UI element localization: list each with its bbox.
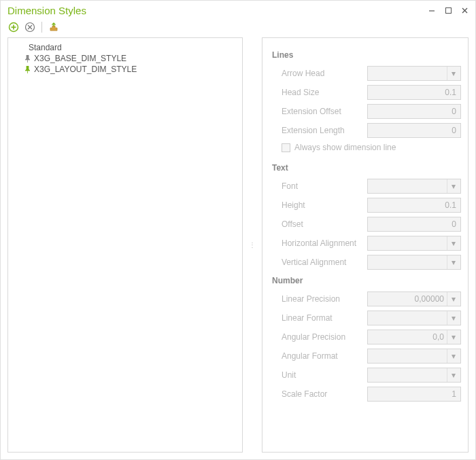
chevron-down-icon: ▾ <box>447 368 459 382</box>
prop-label: Linear Format <box>282 313 362 323</box>
prop-label: Offset <box>282 219 362 229</box>
pin-icon <box>23 54 31 63</box>
toolbar-separator <box>41 22 42 33</box>
section-header-text: Text <box>269 159 461 177</box>
chevron-down-icon: ▾ <box>447 349 459 363</box>
prop-always-show: Always show dimension line <box>269 140 461 159</box>
svg-rect-1 <box>446 7 452 13</box>
prop-label: Linear Precision <box>282 294 362 304</box>
prop-label: Font <box>282 181 362 191</box>
chevron-down-icon: ▾ <box>447 67 459 80</box>
height-field[interactable]: 0.1 <box>367 198 461 213</box>
prop-label: Horizontal Alignment <box>282 238 362 248</box>
prop-v-align: Vertical Alignment ▾ <box>269 253 461 272</box>
h-align-dropdown[interactable]: ▾ <box>367 236 461 251</box>
dimension-styles-window: Dimension Styles Standard X3G_BASE_DIM_S… <box>0 0 476 460</box>
styles-tree-panel: Standard X3G_BASE_DIM_STYLE X3G_LAYOUT_D… <box>7 37 243 453</box>
prop-label: Angular Format <box>282 351 362 361</box>
prop-linear-precision: Linear Precision 0,00000▾ <box>269 289 461 308</box>
add-button[interactable] <box>7 21 20 33</box>
prop-linear-format: Linear Format ▾ <box>269 308 461 328</box>
extension-length-field[interactable]: 0 <box>367 123 461 138</box>
section-header-number: Number <box>269 272 461 289</box>
prop-label: Height <box>282 200 362 210</box>
maximize-button[interactable] <box>445 7 452 14</box>
prop-label: Unit <box>282 370 362 380</box>
properties-panel: Lines Arrow Head ▾ Head Size 0.1 Extensi… <box>262 37 469 453</box>
angular-format-dropdown[interactable]: ▾ <box>367 349 461 364</box>
chevron-down-icon: ▾ <box>447 255 459 269</box>
prop-label: Extension Offset <box>282 107 362 116</box>
minimize-button[interactable] <box>429 7 436 14</box>
prop-arrow-head: Arrow Head ▾ <box>269 64 461 83</box>
chevron-down-icon: ▾ <box>447 236 459 250</box>
font-dropdown[interactable]: ▾ <box>367 179 461 194</box>
prop-label: Angular Precision <box>282 332 362 342</box>
tree-item-layout-dim-style[interactable]: X3G_LAYOUT_DIM_STYLE <box>8 64 242 75</box>
arrow-head-dropdown[interactable]: ▾ <box>367 66 461 81</box>
content-area: Standard X3G_BASE_DIM_STYLE X3G_LAYOUT_D… <box>1 37 475 459</box>
window-title: Dimension Styles <box>7 5 86 16</box>
angular-precision-dropdown[interactable]: 0,0▾ <box>367 330 461 344</box>
toolbar <box>1 19 475 37</box>
close-button[interactable] <box>462 7 469 14</box>
linear-format-dropdown[interactable]: ▾ <box>367 311 461 325</box>
prop-label: Extension Length <box>282 126 362 135</box>
prop-angular-precision: Angular Precision 0,0▾ <box>269 328 461 347</box>
prop-height: Height 0.1 <box>269 196 461 215</box>
offset-field[interactable]: 0 <box>367 217 461 232</box>
chevron-down-icon: ▾ <box>447 179 459 193</box>
tree-item-label: X3G_LAYOUT_DIM_STYLE <box>34 65 137 74</box>
scale-factor-field[interactable]: 1 <box>367 387 461 402</box>
section-header-lines: Lines <box>269 46 461 64</box>
prop-label: Scale Factor <box>282 389 362 399</box>
window-controls <box>429 7 469 14</box>
delete-button[interactable] <box>24 21 36 33</box>
prop-unit: Unit ▾ <box>269 366 461 385</box>
tree-root-label: Standard <box>29 43 62 52</box>
linear-precision-dropdown[interactable]: 0,00000▾ <box>367 291 461 306</box>
chevron-down-icon: ▾ <box>447 330 459 344</box>
v-align-dropdown[interactable]: ▾ <box>367 255 461 270</box>
pin-icon <box>23 65 31 73</box>
prop-offset: Offset 0 <box>269 215 461 234</box>
always-show-checkbox[interactable] <box>282 143 290 152</box>
chevron-down-icon: ▾ <box>447 292 459 306</box>
prop-angular-format: Angular Format ▾ <box>269 347 461 366</box>
unit-dropdown[interactable]: ▾ <box>367 368 461 383</box>
tree-item-base-dim-style[interactable]: X3G_BASE_DIM_STYLE <box>8 53 242 64</box>
prop-extension-offset: Extension Offset 0 <box>269 102 461 121</box>
prop-font: Font ▾ <box>269 177 461 196</box>
head-size-field[interactable]: 0.1 <box>367 85 461 100</box>
extension-offset-field[interactable]: 0 <box>367 104 461 119</box>
prop-scale-factor: Scale Factor 1 <box>269 385 461 404</box>
prop-label: Arrow Head <box>282 69 362 78</box>
prop-h-align: Horizontal Alignment ▾ <box>269 234 461 253</box>
chevron-down-icon: ▾ <box>447 311 459 325</box>
prop-label: Head Size <box>282 88 362 97</box>
import-button[interactable] <box>48 21 60 33</box>
prop-extension-length: Extension Length 0 <box>269 121 461 140</box>
checkbox-label: Always show dimension line <box>294 143 396 152</box>
prop-head-size: Head Size 0.1 <box>269 83 461 102</box>
tree-root-standard[interactable]: Standard <box>8 42 242 53</box>
panel-splitter[interactable]: ⋮ <box>251 37 254 453</box>
tree-item-label: X3G_BASE_DIM_STYLE <box>34 54 126 63</box>
titlebar: Dimension Styles <box>1 1 475 19</box>
prop-label: Vertical Alignment <box>282 258 362 267</box>
